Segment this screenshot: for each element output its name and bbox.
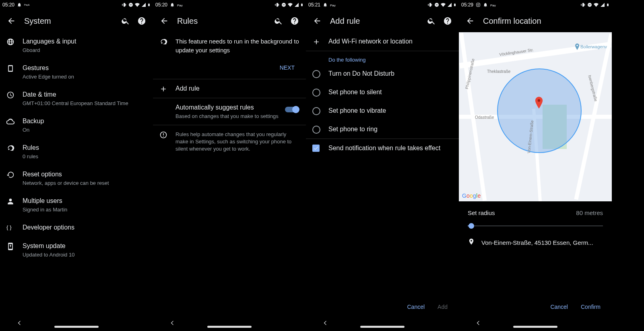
nav-back-icon[interactable]: [16, 320, 23, 326]
option-ring[interactable]: Set phone to ring: [306, 120, 459, 139]
list-item-backup[interactable]: BackupOn: [0, 112, 153, 139]
map-pin-icon: [535, 97, 543, 109]
svg-text:Pay&: Pay&: [490, 4, 496, 7]
notify-label: Send notification when rule takes effect: [328, 144, 452, 153]
option-label: Set phone to vibrate: [328, 106, 452, 115]
street-label: Odastraße: [475, 115, 494, 120]
radio-dnd[interactable]: [312, 70, 320, 78]
item-sub: Signed in as Martin: [23, 206, 147, 213]
signal-icon: [447, 2, 452, 7]
add-button[interactable]: Add: [433, 300, 452, 313]
info-row: Rules help automate changes that you reg…: [153, 125, 306, 157]
option-label: Turn on Do Not Disturb: [328, 69, 452, 78]
notification-icon: [323, 2, 328, 7]
option-silent[interactable]: Set phone to silent: [306, 83, 459, 101]
address-text: Von-Einem-Straße, 45130 Essen, Germ...: [481, 239, 593, 246]
map[interactable]: Bollerwagenv Vöcklinghauser Str. Theklas…: [459, 32, 612, 201]
suggest-sub: Based on changes that you make to settin…: [175, 113, 285, 120]
header: System: [0, 10, 153, 32]
battery-icon: [147, 2, 151, 8]
search-button[interactable]: [270, 13, 287, 29]
help-button[interactable]: [287, 13, 303, 29]
clock: 05:20: [2, 2, 14, 8]
info-icon: [159, 130, 175, 139]
nav-home-pill[interactable]: [207, 326, 252, 328]
settings-list: Languages & inputGboard GesturesActive E…: [0, 32, 153, 263]
reset-icon: [6, 170, 23, 179]
vibrate-icon: [122, 2, 127, 7]
header: Rules: [153, 10, 306, 32]
item-title: Multiple users: [23, 197, 147, 205]
next-button[interactable]: NEXT: [275, 61, 299, 74]
add-rule-button[interactable]: Add rule: [153, 79, 306, 98]
clock-icon: [6, 90, 23, 99]
status-bar: 05:21 Pay&: [306, 0, 459, 10]
notification-icon: [170, 2, 175, 7]
cancel-button[interactable]: Cancel: [545, 300, 573, 313]
list-item-rules[interactable]: Rules0 rules: [0, 139, 153, 165]
option-dnd[interactable]: Turn on Do Not Disturb: [306, 64, 459, 83]
nav-back-icon[interactable]: [322, 320, 328, 326]
radius-label: Set radius: [468, 209, 495, 216]
list-item-reset[interactable]: Reset optionsNetwork, apps or device can…: [0, 165, 153, 192]
nav-home-pill[interactable]: [54, 326, 99, 328]
instagram-icon: [476, 2, 481, 7]
carrier-icon: Pay&: [24, 3, 30, 7]
developer-icon: { }: [6, 223, 23, 232]
signal-icon: [294, 2, 299, 7]
rules-icon: [159, 37, 175, 46]
radio-ring[interactable]: [312, 126, 320, 134]
wifi-icon: [440, 2, 446, 7]
add-network-button[interactable]: Add Wi-Fi network or location: [306, 32, 459, 51]
address-row[interactable]: Von-Einem-Straße, 45130 Essen, Germ...: [459, 234, 612, 251]
notify-checkbox[interactable]: [312, 145, 320, 152]
nav-home-pill[interactable]: [513, 326, 557, 328]
item-title: Gestures: [23, 64, 147, 72]
item-sub: On: [23, 126, 147, 134]
signal-icon: [600, 2, 605, 7]
bottom-button-bar: Cancel Add: [306, 300, 459, 313]
back-button[interactable]: [462, 13, 478, 29]
list-item-users[interactable]: Multiple usersSigned in as Martin: [0, 192, 153, 218]
list-item-developer[interactable]: { } Developer options: [0, 218, 153, 237]
nav-back-icon[interactable]: [169, 320, 175, 326]
help-button[interactable]: [440, 13, 456, 29]
svg-text:Pay&: Pay&: [177, 4, 183, 7]
notify-row[interactable]: Send notification when rule takes effect: [306, 139, 459, 157]
option-vibrate[interactable]: Set phone to vibrate: [306, 101, 459, 120]
page-title: Confirm location: [483, 17, 609, 26]
plus-icon: [159, 84, 175, 93]
confirm-button[interactable]: Confirm: [576, 300, 605, 313]
gestures-icon: [6, 64, 23, 72]
nav-back-icon[interactable]: [475, 320, 481, 326]
plus-icon: [312, 37, 328, 46]
list-item-datetime[interactable]: Date & timeGMT+01:00 Central European St…: [0, 85, 153, 112]
radio-vibrate[interactable]: [312, 107, 320, 115]
nav-home-pill[interactable]: [360, 326, 405, 328]
item-sub: Updated to Android 10: [23, 251, 147, 259]
svg-point-9: [576, 45, 578, 46]
search-button[interactable]: [118, 13, 134, 29]
list-item-languages[interactable]: Languages & inputGboard: [0, 32, 153, 59]
info-text: Rules help automate changes that you reg…: [175, 131, 299, 153]
cancel-button[interactable]: Cancel: [402, 300, 429, 313]
add-rule-label: Add rule: [175, 84, 299, 93]
suggest-rules-row[interactable]: Automatically suggest rules Based on cha…: [153, 98, 306, 125]
globe-icon: [6, 37, 23, 46]
radius-slider[interactable]: [468, 221, 603, 231]
user-icon: [6, 197, 23, 205]
option-label: Set phone to ring: [328, 125, 452, 134]
nav-bar: [306, 315, 459, 331]
battery-icon: [300, 2, 303, 8]
search-button[interactable]: [423, 13, 440, 29]
suggest-toggle[interactable]: [285, 106, 299, 114]
rules-icon: [6, 143, 23, 152]
carrier-icon: Pay&: [330, 3, 336, 7]
back-button[interactable]: [3, 13, 19, 29]
back-button[interactable]: [309, 13, 325, 29]
list-item-gestures[interactable]: GesturesActive Edge turned on: [0, 59, 153, 85]
back-button[interactable]: [156, 13, 172, 29]
list-item-update[interactable]: System updateUpdated to Android 10: [0, 237, 153, 263]
help-button[interactable]: [134, 13, 150, 29]
radio-silent[interactable]: [312, 89, 320, 97]
